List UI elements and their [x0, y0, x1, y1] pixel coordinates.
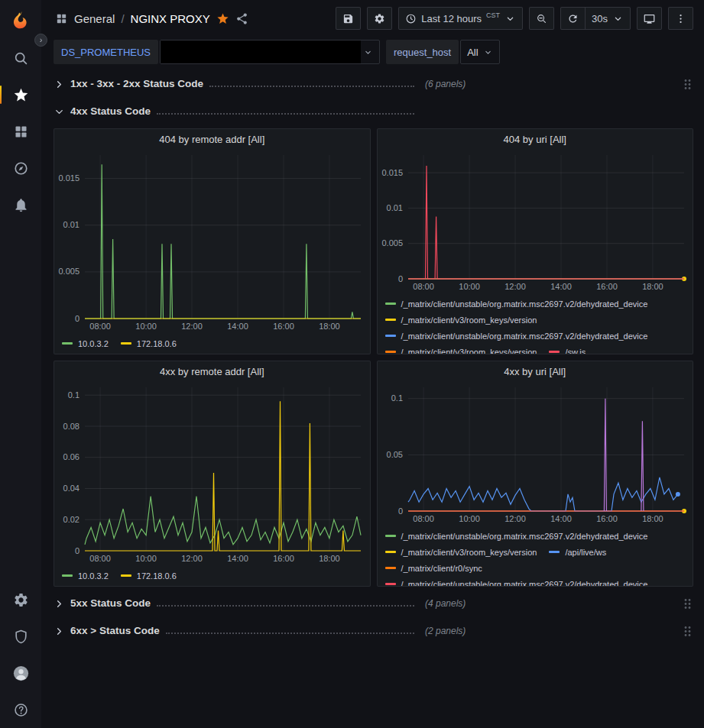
svg-text:0.005: 0.005 [58, 267, 79, 276]
share-icon[interactable] [235, 12, 248, 25]
legend-item[interactable]: /sw.js [549, 344, 586, 354]
panel-title[interactable]: 4xx by uri [All] [378, 361, 693, 381]
row-header-6xx[interactable]: 6xx > Status Code (2 panels) [54, 620, 693, 642]
search-icon [13, 50, 29, 66]
svg-text:0: 0 [75, 314, 79, 323]
panel-title[interactable]: 404 by remote addr [All] [54, 129, 370, 149]
svg-text:0.05: 0.05 [386, 450, 402, 459]
sidebar-item-dashboards[interactable] [0, 113, 41, 150]
svg-text:10:00: 10:00 [459, 282, 480, 291]
chart-canvas: 00.020.040.060.080.108:0010:0012:0014:00… [54, 381, 370, 566]
legend-item[interactable]: 172.18.0.6 [121, 568, 177, 584]
legend-item[interactable]: /_matrix/client/v3/room_keys/version [385, 544, 537, 560]
sidebar-item-help[interactable] [0, 691, 41, 728]
sidebar-item-profile[interactable] [0, 655, 41, 691]
dotted-leader [157, 113, 414, 115]
svg-text:0.005: 0.005 [381, 238, 403, 248]
legend-label: /_matrix/client/unstable/org.matrix.msc2… [401, 580, 648, 587]
sidebar-item-configuration[interactable] [0, 581, 41, 618]
svg-text:16:00: 16:00 [273, 322, 294, 331]
sidebar-item-explore[interactable] [0, 150, 41, 186]
dashboard-title[interactable]: NGINX PROXY [131, 12, 210, 25]
more-options-button[interactable] [668, 7, 693, 30]
legend-item[interactable]: 10.0.3.2 [62, 568, 109, 584]
panel-legend: /_matrix/client/unstable/org.matrix.msc2… [378, 294, 693, 354]
svg-text:16:00: 16:00 [596, 282, 618, 291]
row-drag-handle[interactable] [682, 597, 693, 611]
request-host-select[interactable]: All [460, 40, 499, 64]
panel-legend: /_matrix/client/unstable/org.matrix.msc2… [378, 526, 693, 586]
legend-item[interactable]: /_matrix/client/unstable/org.matrix.msc2… [385, 576, 648, 586]
legend-label: /_matrix/client/unstable/org.matrix.msc2… [401, 332, 648, 341]
time-series-plot[interactable]: 00.050.108:0010:0012:0014:0016:0018:00 [378, 381, 693, 526]
chevron-down-icon [612, 13, 624, 24]
save-dashboard-button[interactable] [336, 7, 361, 30]
svg-text:10:00: 10:00 [459, 514, 480, 523]
legend-item[interactable]: /api/live/ws [549, 544, 606, 560]
row-header-4xx[interactable]: 4xx Status Code [54, 101, 693, 122]
sidebar-item-server-admin[interactable] [0, 618, 41, 655]
dashboard-settings-button[interactable] [367, 7, 392, 30]
dotted-leader [209, 86, 414, 87]
time-series-plot[interactable]: 00.0050.010.01508:0010:0012:0014:0016:00… [378, 149, 693, 294]
panel-title[interactable]: 4xx by remote addr [All] [54, 361, 370, 381]
chevron-right-icon [54, 598, 65, 610]
gear-icon [374, 13, 385, 24]
svg-text:18:00: 18:00 [642, 514, 663, 523]
datasource-variable: DS_PROMETHEUS [54, 40, 380, 64]
dashboards-grid-icon [13, 124, 29, 140]
svg-text:16:00: 16:00 [273, 554, 294, 563]
legend-swatch [385, 567, 396, 569]
zoom-out-button[interactable] [529, 7, 554, 30]
legend-swatch [385, 303, 396, 305]
legend-item[interactable]: 172.18.0.6 [121, 335, 177, 351]
drag-dots-icon [683, 626, 692, 637]
time-series-plot[interactable]: 00.020.040.060.080.108:0010:0012:0014:00… [54, 381, 370, 566]
refresh-interval-select[interactable]: 30s [585, 7, 631, 30]
breadcrumb-folder[interactable]: General [74, 12, 115, 25]
row-drag-handle[interactable] [682, 77, 693, 92]
panel-title[interactable]: 404 by uri [All] [378, 129, 693, 149]
legend-item[interactable]: /_matrix/client/v3/room_keys/version [385, 312, 537, 328]
legend-item[interactable]: /_matrix/client/unstable/org.matrix.msc2… [385, 328, 648, 344]
variables-bar: DS_PROMETHEUS request_host All [41, 37, 704, 67]
row-header-5xx[interactable]: 5xx Status Code (4 panels) [54, 593, 693, 614]
row-title: 6xx > Status Code [70, 625, 160, 636]
shield-icon [13, 629, 29, 645]
row-drag-handle[interactable] [682, 624, 693, 639]
grafana-logo[interactable] [0, 0, 41, 40]
legend-label: /_matrix/client/v3/room_keys/version [401, 315, 537, 325]
legend-item[interactable]: 10.0.3.2 [62, 335, 109, 351]
svg-text:18:00: 18:00 [319, 554, 340, 563]
refresh-button[interactable] [560, 7, 585, 30]
sidebar-expand-toggle[interactable]: › [34, 34, 47, 47]
svg-text:10:00: 10:00 [135, 322, 157, 331]
svg-text:0.01: 0.01 [386, 203, 402, 212]
tv-mode-button[interactable] [637, 7, 662, 30]
svg-text:10:00: 10:00 [135, 554, 157, 563]
svg-text:0.01: 0.01 [63, 220, 79, 229]
star-icon [13, 87, 29, 103]
sidebar-item-search[interactable] [0, 40, 41, 76]
legend-swatch [549, 351, 560, 353]
time-series-plot[interactable]: 00.0050.010.01508:0010:0012:0014:0016:00… [54, 149, 370, 334]
legend-item[interactable]: /_matrix/client/r0/sync [385, 560, 482, 576]
legend-item[interactable]: /_matrix/client/unstable/org.matrix.msc2… [385, 528, 648, 544]
request-host-variable: request_host All [386, 40, 500, 64]
datasource-variable-select[interactable] [160, 40, 380, 64]
dashboard-grid-icon [55, 12, 68, 25]
svg-text:12:00: 12:00 [181, 322, 203, 331]
legend-item[interactable]: /_matrix/client/v3/room_keys/version [385, 344, 537, 354]
svg-text:0.1: 0.1 [68, 390, 79, 400]
sidebar-item-alerting[interactable] [0, 186, 41, 223]
legend-swatch [121, 342, 131, 345]
svg-text:0: 0 [75, 546, 79, 555]
legend-item[interactable]: /_matrix/client/unstable/org.matrix.msc2… [385, 296, 648, 312]
time-range-picker[interactable]: Last 12 hours CST [398, 7, 523, 30]
favorite-star-icon[interactable] [216, 12, 229, 25]
svg-text:12:00: 12:00 [181, 554, 203, 563]
sidebar-item-starred[interactable] [0, 76, 41, 113]
row-header-1xx-3xx-2xx[interactable]: 1xx - 3xx - 2xx Status Code (6 panels) [54, 73, 693, 95]
legend-swatch [385, 335, 396, 337]
dotted-leader [157, 605, 414, 607]
